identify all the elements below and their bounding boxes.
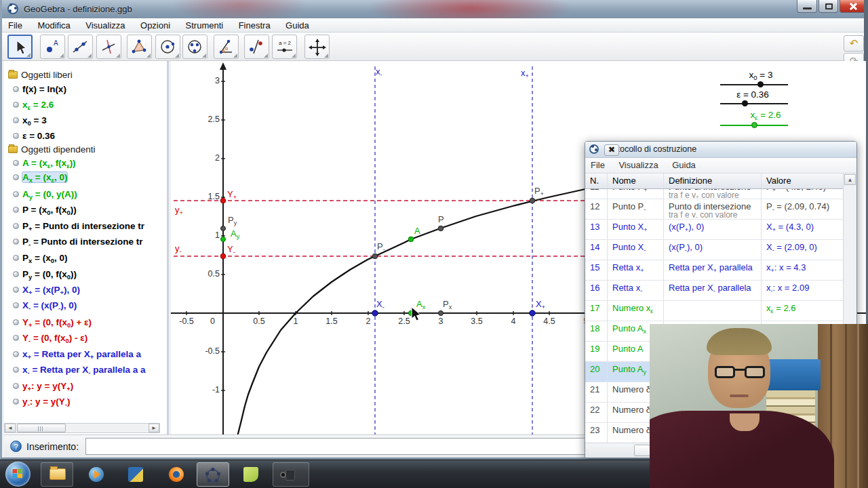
menu-opzioni[interactable]: Opzioni (134, 18, 176, 33)
scroll-left-arrow-icon[interactable]: ◄ (5, 424, 16, 432)
protocol-menu-visualizza[interactable]: Visualizza (613, 158, 663, 172)
algebra-horizontal-scrollbar[interactable]: ◄ ► (4, 423, 160, 433)
column-header[interactable]: Nome (608, 174, 664, 188)
tool-conic-button[interactable] (182, 35, 208, 59)
visibility-bullet-icon[interactable] (13, 351, 19, 357)
column-header[interactable]: Valore (762, 174, 842, 188)
algebra-item[interactable]: y-: y = y(Y-) (4, 394, 70, 408)
taskbar-firefox[interactable] (160, 462, 193, 487)
point-A[interactable] (408, 237, 414, 242)
column-header[interactable]: N. (585, 174, 608, 188)
algebra-item[interactable]: Py = (0, f(x0)) (4, 267, 77, 281)
algebra-item[interactable]: x- = Retta per X- parallela a a (4, 363, 146, 376)
algebra-item[interactable]: xε = 2.6 (4, 98, 54, 111)
menu-strumenti[interactable]: Strumenti (180, 18, 230, 33)
taskbar-notes-app[interactable] (235, 462, 267, 487)
algebra-item[interactable]: P+ = Punto di intersezione tr (4, 219, 144, 232)
protocol-menu-file[interactable]: File (585, 158, 610, 172)
tool-polygon-button[interactable] (127, 35, 152, 59)
menu-file[interactable]: File (2, 18, 28, 33)
maximize-button[interactable] (818, 0, 838, 13)
tool-move-button[interactable] (7, 35, 33, 59)
taskbar-movie-maker[interactable] (119, 462, 152, 487)
minimize-button[interactable] (797, 0, 817, 13)
algebra-item[interactable]: Ay = (0, y(A)) (4, 187, 77, 201)
taskbar-explorer[interactable] (41, 462, 73, 487)
scroll-up-arrow-icon[interactable]: ▲ (844, 174, 856, 185)
visibility-bullet-icon[interactable] (13, 287, 19, 293)
slider-x0-track[interactable] (720, 84, 788, 85)
algebra-item[interactable]: A = (xε, f(xε)) (4, 156, 76, 169)
point-P-minus[interactable] (372, 253, 378, 259)
protocol-row[interactable]: 17 Numero xε xε = 2.6 (585, 301, 843, 321)
visibility-bullet-icon[interactable] (13, 239, 19, 245)
slider-epsilon-track[interactable] (720, 103, 788, 104)
visibility-bullet-icon[interactable] (13, 174, 19, 180)
algebra-item[interactable]: X- = (x(P-), 0) (4, 298, 77, 312)
visibility-bullet-icon[interactable] (13, 335, 19, 341)
algebra-header-free[interactable]: Oggetti liberi (4, 68, 73, 81)
protocol-row[interactable]: 14 Punto X- (x(P-), 0) X- = (2.09, 0) (585, 240, 843, 260)
point-P-x[interactable] (438, 310, 443, 315)
algebra-item[interactable]: x0 = 3 (4, 113, 47, 127)
point-P[interactable] (438, 226, 443, 231)
visibility-bullet-icon[interactable] (13, 223, 19, 229)
point-X-minus[interactable] (372, 310, 378, 316)
visibility-bullet-icon[interactable] (13, 367, 19, 373)
slider-xe-handle[interactable] (751, 122, 757, 128)
algebra-item[interactable]: x+ = Retta per X+ parallela a (4, 347, 141, 361)
point-Y-minus[interactable] (220, 253, 226, 259)
protocol-close-button[interactable]: ✖ (604, 144, 619, 156)
input-help-icon[interactable]: ? (10, 441, 22, 452)
algebra-item[interactable]: P = (x0, f(x0)) (4, 203, 77, 216)
algebra-item[interactable]: ε = 0.36 (4, 129, 55, 142)
menu-modifica[interactable]: Modifica (31, 18, 76, 33)
function-curve-ln[interactable] (238, 179, 632, 434)
visibility-bullet-icon[interactable] (13, 160, 19, 166)
visibility-bullet-icon[interactable] (13, 383, 19, 389)
menu-visualizza[interactable]: Visualizza (79, 18, 131, 33)
algebra-item[interactable]: Y+ = (0, f(x0) + ε) (4, 315, 92, 329)
algebra-item[interactable]: f(x) = ln(x) (4, 82, 66, 96)
tool-reflect-button[interactable] (244, 35, 269, 59)
algebra-item[interactable]: Y- = (0, f(x0) - ε) (4, 331, 87, 344)
undo-button[interactable]: ↶ (844, 35, 864, 52)
tool-point-button[interactable]: A (40, 35, 65, 59)
protocol-row[interactable]: 11 Punto P+ Punto di intersezionetra f e… (585, 189, 843, 199)
title-bar[interactable]: GeoGebra - definizione.ggb (2, 0, 864, 18)
column-header[interactable]: Definizione (664, 174, 762, 188)
visibility-bullet-icon[interactable] (13, 133, 19, 139)
algebra-item[interactable]: X+ = (x(P+), 0) (4, 283, 80, 296)
algebra-item-selected[interactable]: Ax = (xε, 0) (4, 170, 67, 184)
tool-perpendicular-button[interactable] (96, 35, 121, 59)
visibility-bullet-icon[interactable] (13, 117, 19, 123)
protocol-row[interactable]: 16 Retta x- Retta per X- parallela x-: x… (585, 281, 843, 301)
protocol-nav-button[interactable] (634, 445, 650, 456)
slider-x0-handle[interactable] (757, 81, 764, 87)
taskbar-geogebra-active[interactable] (197, 462, 229, 487)
visibility-bullet-icon[interactable] (13, 207, 19, 213)
algebra-item[interactable]: Px = (x0, 0) (4, 251, 67, 264)
close-button[interactable] (840, 0, 864, 13)
visibility-bullet-icon[interactable] (13, 271, 19, 277)
protocol-row[interactable]: 15 Retta x+ Retta per X+ parallela x+: x… (585, 260, 843, 281)
visibility-bullet-icon[interactable] (13, 86, 19, 92)
taskbar-media-player[interactable] (80, 462, 113, 487)
slider-epsilon-handle[interactable] (742, 100, 748, 106)
menu-finestra[interactable]: Finestra (233, 18, 277, 33)
visibility-bullet-icon[interactable] (13, 102, 19, 108)
tool-line-button[interactable] (68, 35, 93, 59)
point-P-y[interactable] (221, 226, 226, 231)
tool-circle-button[interactable] (155, 35, 180, 59)
algebra-item[interactable]: P- = Punto di intersezione tr (4, 235, 143, 248)
point-P-plus[interactable] (530, 198, 535, 203)
point-Y-plus[interactable] (220, 198, 226, 203)
visibility-bullet-icon[interactable] (13, 255, 19, 261)
protocol-row[interactable]: 13 Punto X+ (x(P+), 0) X+ = (4.3, 0) (585, 220, 843, 240)
protocol-row[interactable]: 12 Punto P- Punto di intersezionetra f e… (585, 199, 843, 220)
point-A-y[interactable] (221, 237, 226, 242)
tool-move-view-button[interactable] (304, 35, 330, 59)
tool-angle-button[interactable]: α (214, 35, 239, 59)
visibility-bullet-icon[interactable] (13, 302, 19, 308)
tool-slider-button[interactable]: a = 2 (272, 35, 297, 59)
